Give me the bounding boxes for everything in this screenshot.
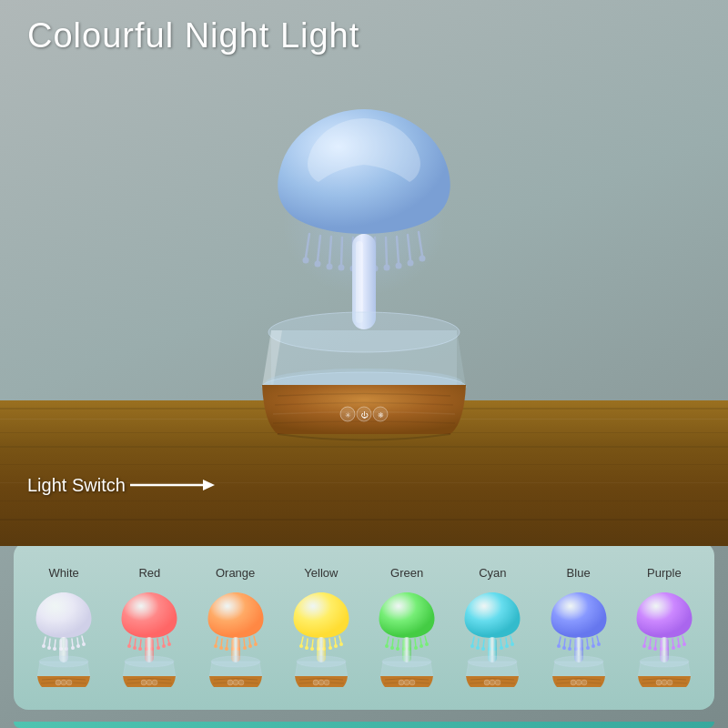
- svg-point-202: [656, 680, 662, 685]
- svg-line-37: [44, 637, 46, 645]
- svg-point-97: [228, 680, 233, 685]
- svg-point-21: [408, 260, 414, 267]
- svg-point-151: [476, 646, 480, 650]
- mini-mushroom-red: [116, 585, 182, 690]
- svg-line-38: [49, 639, 50, 647]
- svg-line-163: [559, 637, 561, 645]
- svg-line-148: [506, 638, 507, 645]
- svg-point-51: [76, 644, 80, 648]
- main-container: Colourful Night Light: [0, 0, 728, 728]
- mini-mushroom-white: [31, 585, 96, 690]
- svg-point-14: [327, 264, 333, 270]
- svg-point-204: [667, 680, 672, 685]
- svg-point-172: [562, 646, 566, 650]
- svg-point-156: [505, 644, 509, 648]
- svg-line-58: [129, 637, 131, 645]
- svg-point-150: [470, 644, 474, 648]
- svg-point-75: [125, 656, 174, 667]
- color-variants-panel: White: [14, 541, 714, 710]
- arrow-icon: [126, 474, 217, 496]
- svg-point-92: [243, 646, 247, 650]
- svg-text:✳: ✳: [345, 411, 351, 420]
- svg-point-203: [662, 680, 667, 685]
- svg-point-20: [396, 263, 402, 269]
- color-item-yellow: Yellow: [278, 566, 364, 690]
- color-label-white: White: [49, 566, 79, 580]
- svg-point-54: [39, 656, 88, 667]
- svg-line-168: [587, 639, 588, 647]
- svg-line-60: [140, 640, 141, 648]
- svg-line-164: [564, 639, 565, 647]
- svg-point-22: [420, 256, 426, 262]
- svg-point-71: [157, 646, 160, 650]
- color-label-red: Red: [138, 566, 160, 580]
- svg-point-45: [42, 644, 46, 648]
- svg-point-115: [339, 642, 343, 646]
- svg-point-199: [682, 642, 686, 646]
- svg-point-88: [219, 646, 223, 650]
- page-title: Colourful Night Light: [27, 16, 359, 56]
- svg-line-39: [55, 640, 56, 648]
- svg-point-193: [648, 646, 652, 650]
- svg-point-131: [396, 647, 399, 651]
- svg-point-201: [640, 656, 689, 667]
- svg-text:⏻: ⏻: [360, 411, 369, 420]
- svg-line-169: [592, 638, 593, 645]
- color-item-orange: Orange: [193, 566, 278, 690]
- color-label-yellow: Yellow: [304, 566, 338, 580]
- svg-point-135: [420, 644, 423, 648]
- color-label-green: Green: [390, 566, 423, 580]
- svg-point-157: [511, 642, 514, 646]
- svg-line-147: [500, 639, 501, 647]
- svg-line-122: [392, 639, 393, 647]
- svg-point-109: [305, 646, 308, 650]
- svg-point-72: [162, 644, 166, 648]
- svg-point-138: [382, 656, 431, 667]
- svg-point-73: [167, 642, 171, 646]
- svg-point-139: [399, 680, 404, 685]
- svg-line-107: [339, 636, 341, 643]
- svg-point-134: [414, 646, 418, 650]
- svg-point-159: [468, 656, 517, 667]
- svg-line-121: [387, 637, 389, 645]
- svg-point-198: [677, 644, 681, 648]
- mini-mushroom-green: [374, 585, 440, 690]
- svg-point-177: [592, 644, 595, 648]
- svg-point-67: [133, 646, 136, 650]
- svg-line-143: [478, 639, 479, 647]
- svg-point-50: [71, 646, 75, 650]
- svg-point-183: [581, 680, 587, 685]
- svg-point-13: [315, 261, 321, 268]
- svg-point-160: [484, 680, 490, 685]
- svg-point-119: [318, 680, 324, 685]
- color-item-green: Green: [364, 566, 450, 690]
- svg-point-180: [554, 656, 603, 667]
- color-label-purple: Purple: [647, 566, 682, 580]
- svg-marker-36: [203, 480, 215, 490]
- svg-point-136: [425, 642, 429, 646]
- svg-point-87: [214, 644, 217, 648]
- svg-point-47: [53, 647, 56, 651]
- svg-line-128: [425, 636, 427, 643]
- svg-point-12: [303, 258, 309, 264]
- svg-line-189: [672, 639, 673, 647]
- svg-point-77: [147, 680, 152, 685]
- svg-point-89: [225, 647, 228, 651]
- color-item-cyan: Cyan: [450, 566, 535, 690]
- svg-line-100: [301, 637, 303, 645]
- svg-line-65: [167, 636, 169, 643]
- svg-point-57: [66, 680, 72, 685]
- svg-point-120: [324, 680, 329, 685]
- svg-line-185: [650, 639, 651, 647]
- svg-point-173: [568, 647, 571, 651]
- svg-line-126: [415, 639, 416, 647]
- svg-text:❋: ❋: [378, 411, 384, 420]
- svg-point-197: [672, 646, 675, 650]
- color-label-blue: Blue: [567, 566, 591, 580]
- svg-point-19: [384, 265, 390, 271]
- svg-point-66: [127, 644, 131, 648]
- svg-line-4: [341, 238, 342, 265]
- color-item-purple: Purple: [622, 566, 707, 690]
- svg-point-52: [82, 642, 86, 646]
- svg-line-43: [77, 638, 78, 645]
